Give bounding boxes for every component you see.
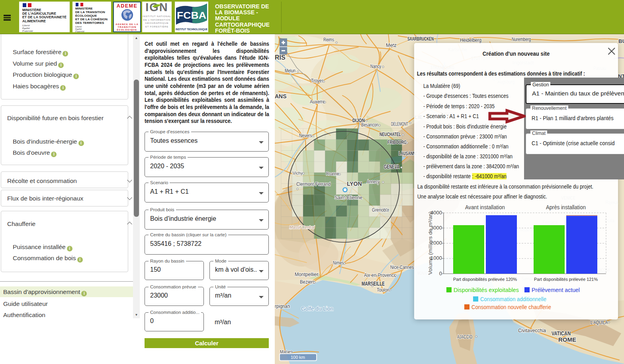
svg-text:LYON: LYON (347, 181, 362, 187)
svg-text:Auxerre: Auxerre (310, 99, 325, 105)
svg-text:ROME: ROME (558, 336, 576, 343)
svg-text:Part disponibilités prélevée 1: Part disponibilités prélevée 120% (453, 277, 517, 282)
svg-text:Civitavecchia: Civitavecchia (518, 328, 546, 333)
svg-text:Volume (milliers de m³/an): Volume (milliers de m³/an) (427, 212, 433, 275)
svg-text:Saint-Etienne: Saint-Etienne (334, 195, 362, 200)
svg-text:Nice-Cannes: Nice-Cannes (390, 265, 414, 270)
svg-text:FCBA: FCBA (177, 10, 206, 21)
svg-text:INSTITUT TECHNOLOGIQUE: INSTITUT TECHNOLOGIQUE (176, 28, 207, 31)
svg-text:Montpellier: Montpellier (295, 272, 318, 277)
svg-text:Consommation nouvelle chauffer: Consommation nouvelle chaufferie (471, 304, 551, 310)
svg-text:Clermont-Ferrand: Clermont-Ferrand (296, 181, 331, 187)
svg-text:Part disponibilités prélevée 1: Part disponibilités prélevée 121% (534, 277, 598, 282)
svg-text:SAARBRUCKEN: SAARBRUCKEN (407, 36, 434, 42)
svg-text:ANS: ANS (275, 93, 287, 99)
svg-text:L'AQUILA: L'AQUILA (591, 320, 608, 325)
svg-text:NEUCHATEL: NEUCHATEL (379, 131, 401, 137)
svg-text:Heidelberg: Heidelberg (460, 37, 481, 43)
svg-text:0: 0 (439, 271, 442, 276)
svg-text:Toulon: Toulon (377, 287, 389, 293)
svg-text:Nevers: Nevers (299, 133, 312, 138)
svg-text:Reims: Reims (323, 37, 334, 43)
svg-text:Nuremberg: Nuremberg (512, 37, 531, 42)
svg-text:Consommation additionnelle: Consommation additionnelle (480, 296, 546, 302)
svg-text:Disponibilités exploitables: Disponibilités exploitables (454, 286, 519, 293)
svg-text:Melun: Melun (285, 68, 295, 74)
svg-text:GENEVA: GENEVA (384, 164, 399, 170)
svg-text:Vichy: Vichy (293, 171, 303, 175)
svg-text:Golfe du Lion: Golfe du Lion (301, 306, 333, 312)
svg-text:DELEMONT: DELEMONT (391, 121, 408, 127)
svg-text:Aix-en-Provence: Aix-en-Provence (364, 273, 396, 278)
svg-text:Nancy: Nancy (370, 64, 381, 69)
svg-text:Roanne: Roanne (326, 171, 339, 177)
svg-text:Après installation: Après installation (546, 204, 586, 210)
svg-text:Massif Central: Massif Central (290, 225, 315, 230)
svg-text:RIS: RIS (275, 54, 286, 61)
svg-text:FRIBOURG: FRIBOURG (387, 139, 407, 145)
svg-text:Troyes: Troyes (311, 78, 324, 84)
svg-text:Avant installation: Avant installation (465, 204, 505, 210)
svg-text:VATICAN: VATICAN (552, 330, 571, 337)
svg-text:Annecy: Annecy (367, 179, 380, 185)
svg-text:Prélèvement actuel: Prélèvement actuel (532, 286, 580, 293)
svg-text:BU: BU (618, 38, 624, 44)
svg-text:Besancon: Besancon (361, 122, 378, 128)
svg-text:Metz: Metz (386, 43, 397, 48)
svg-text:AJACCIO: AJACCIO (457, 334, 472, 340)
svg-text:100 km: 100 km (291, 355, 305, 360)
svg-text:Beziers: Beziers (300, 279, 315, 285)
svg-text:Nimes: Nimes (333, 260, 344, 266)
